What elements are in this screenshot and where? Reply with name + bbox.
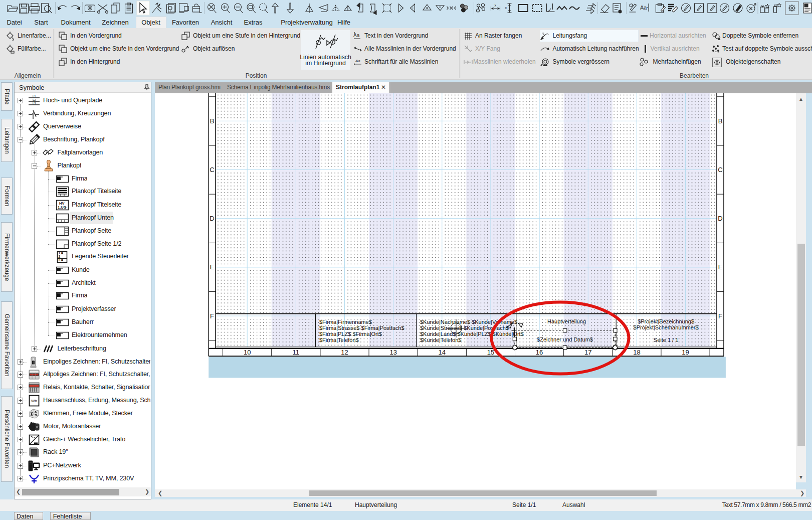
svg-text:L1: L1 bbox=[33, 95, 36, 98]
svg-text:$Firma|Telefon$: $Firma|Telefon$ bbox=[319, 337, 359, 343]
svg-text:10: 10 bbox=[244, 349, 251, 356]
svg-text:x: x bbox=[495, 4, 497, 7]
svg-text:E: E bbox=[718, 263, 723, 271]
svg-text:F: F bbox=[718, 312, 722, 320]
svg-text:$Kunde|Land$ $Kunde|PLZ$ $Kund: $Kunde|Land$ $Kunde|PLZ$ $Kunde|Ort$ bbox=[420, 331, 524, 337]
svg-text:$Firma|Firmenname$: $Firma|Firmenname$ bbox=[319, 319, 372, 325]
svg-text:D: D bbox=[210, 215, 214, 222]
svg-text:$Projekt|Bezeichnung$: $Projekt|Bezeichnung$ bbox=[638, 318, 694, 324]
svg-text:C: C bbox=[718, 166, 722, 174]
svg-text:$Projekt|Schemanummer$: $Projekt|Schemanummer$ bbox=[634, 324, 699, 330]
svg-text:Wh: Wh bbox=[31, 399, 37, 403]
svg-text:$Zeichner und Datum$: $Zeichner und Datum$ bbox=[537, 336, 593, 342]
svg-text:11: 11 bbox=[293, 349, 300, 356]
svg-text:$Firma|Strasse$ $Firma|Postfac: $Firma|Strasse$ $Firma|Postfach$ bbox=[319, 325, 404, 331]
svg-text:18: 18 bbox=[633, 349, 640, 356]
svg-text:x: x bbox=[505, 6, 507, 10]
svg-text:L3: L3 bbox=[33, 101, 36, 104]
svg-text:D: D bbox=[718, 215, 722, 222]
svg-text:Aa: Aa bbox=[640, 5, 647, 11]
svg-text:14: 14 bbox=[439, 349, 446, 356]
svg-text:13: 13 bbox=[389, 349, 396, 356]
svg-text:17: 17 bbox=[584, 349, 591, 356]
svg-text:B: B bbox=[210, 117, 215, 125]
svg-text:12: 12 bbox=[341, 349, 348, 356]
svg-text:$Firma|PLZ$ $Firma|Ort$: $Firma|PLZ$ $Firma|Ort$ bbox=[319, 331, 382, 337]
svg-text:$Kunde|Telefon$: $Kunde|Telefon$ bbox=[420, 337, 461, 343]
svg-text:1 =: 1 = bbox=[58, 251, 63, 255]
svg-text:Hauptverteilung: Hauptverteilung bbox=[547, 318, 586, 324]
svg-text:15: 15 bbox=[487, 349, 494, 356]
svg-text:2 =: 2 = bbox=[58, 255, 63, 258]
svg-text:Aa: Aa bbox=[355, 59, 360, 63]
svg-text:Seite 1 / 1: Seite 1 / 1 bbox=[654, 337, 679, 343]
svg-text:F: F bbox=[210, 312, 214, 320]
svg-text:E: E bbox=[210, 263, 215, 271]
svg-text:16: 16 bbox=[536, 349, 543, 356]
svg-text:1.UG: 1.UG bbox=[58, 205, 67, 210]
svg-text:L2: L2 bbox=[33, 98, 36, 101]
svg-text:3 =: 3 = bbox=[58, 258, 63, 262]
svg-text:19: 19 bbox=[682, 349, 689, 356]
svg-text:B: B bbox=[718, 117, 723, 125]
svg-text:C: C bbox=[210, 166, 214, 174]
